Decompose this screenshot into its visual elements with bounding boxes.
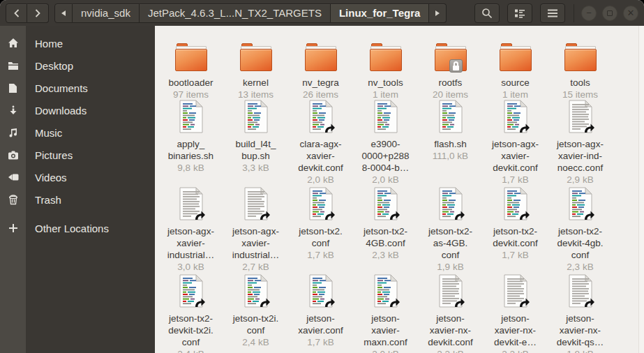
sidebar-item-other-locations[interactable]: Other Locations xyxy=(0,217,155,239)
folder-item[interactable]: nv_tegra26 items xyxy=(288,40,353,101)
file-item[interactable]: flash.sh111,0 kB xyxy=(418,101,483,188)
file-detail-label: 3,0 kB xyxy=(177,262,204,273)
triangle-right-icon xyxy=(435,10,440,17)
file-item[interactable]: jetson- xavier- maxn.conf2,0 kB xyxy=(353,276,418,353)
file-name-label: bootloader xyxy=(159,77,223,89)
file-item[interactable]: jetson-agx- xavier- industrial…3,0 kB xyxy=(158,188,223,276)
chevron-right-icon xyxy=(33,8,42,18)
sidebar-item-videos[interactable]: Videos xyxy=(0,166,155,188)
file-manager-window: nvidia_sdk JetPack_4.6.3_L...N_TX2_TARGE… xyxy=(0,0,644,353)
file-name-label: jetson- xavier.conf xyxy=(289,313,353,336)
sidebar-item-downloads[interactable]: Downloads xyxy=(0,99,155,121)
chevron-left-icon xyxy=(13,8,21,18)
breadcrumb-linux-for-tegra[interactable]: Linux_for_Tegra xyxy=(331,3,429,23)
symlink-emblem-icon xyxy=(389,210,400,223)
folder-item[interactable]: bootloader97 items xyxy=(158,40,223,101)
file-name-label: jetson-agx- xavier- industrial… xyxy=(159,225,223,261)
plus-icon xyxy=(0,223,26,233)
breadcrumb-jetpack[interactable]: JetPack_4.6.3_L...N_TX2_TARGETS xyxy=(140,3,331,23)
file-item[interactable]: jetson-tx2- devkit-4gb. conf2,3 kB xyxy=(548,188,613,276)
folder-item[interactable]: source1 item xyxy=(483,40,548,101)
file-item[interactable]: jetson-tx2- devkit.conf1,7 kB xyxy=(483,188,548,276)
file-item[interactable]: jetson- xavier.conf1,7 kB xyxy=(288,276,353,353)
documents-icon xyxy=(0,83,26,93)
forward-button[interactable] xyxy=(27,3,49,23)
file-item[interactable]: jetson- xavier-nx- devkit.conf2,3 kB xyxy=(418,276,483,353)
sidebar-item-desktop[interactable]: Desktop xyxy=(0,54,155,77)
sidebar-item-home[interactable]: Home xyxy=(0,32,155,54)
file-name-label: jetson-agx- xavier- industrial… xyxy=(224,225,288,261)
file-item[interactable]: jetson-tx2i. conf2,4 kB xyxy=(223,276,288,353)
videos-icon xyxy=(0,173,26,181)
breadcrumb-nvidia-sdk[interactable]: nvidia_sdk xyxy=(73,3,140,23)
folder-item[interactable]: nv_tools1 item xyxy=(353,40,418,101)
sidebar-item-label: Downloads xyxy=(35,105,87,117)
file-name-label: jetson-tx2- 4GB.conf xyxy=(354,225,418,249)
maximize-button[interactable] xyxy=(602,6,617,21)
folder-icon xyxy=(240,43,272,71)
file-name-label: flash.sh xyxy=(419,138,483,150)
file-detail-label: 2,9 kB xyxy=(567,174,593,186)
folder-icon xyxy=(564,43,597,71)
file-name-label: kernel xyxy=(224,77,288,89)
music-icon xyxy=(0,128,26,138)
file-detail-label: 1 item xyxy=(373,89,398,100)
file-name-label: source xyxy=(484,77,548,89)
sidebar-item-pictures[interactable]: Pictures xyxy=(0,144,155,166)
file-detail-label: 2,0 kB xyxy=(372,174,398,186)
sidebar-item-music[interactable]: Music xyxy=(0,121,155,144)
sidebar-item-documents[interactable]: Documents xyxy=(0,77,155,99)
folder-item[interactable]: tools15 items xyxy=(548,40,613,101)
file-item[interactable]: jetson- xavier-nx- devkit-qs…1,8 kB xyxy=(548,276,613,353)
folder-icon xyxy=(500,43,532,71)
sidebar-item-label: Documents xyxy=(35,82,88,94)
file-item[interactable]: clara-agx- xavier- devkit.conf2,0 kB xyxy=(288,101,353,188)
file-name-label: jetson- xavier-nx- devkit-e… xyxy=(484,313,548,348)
file-item[interactable]: jetson-tx2- as-4GB. conf1,9 kB xyxy=(418,188,483,276)
file-item[interactable]: apply_ binaries.sh9,8 kB xyxy=(158,101,223,188)
symlink-emblem-icon xyxy=(324,123,336,136)
view-toggle-button[interactable] xyxy=(507,3,532,23)
file-browser: bootloader97 itemskernel13 itemsnv_tegra… xyxy=(155,26,644,353)
back-button[interactable] xyxy=(6,3,27,23)
file-name-label: apply_ binaries.sh xyxy=(159,138,223,162)
history-nav xyxy=(6,3,49,23)
script-file-icon xyxy=(373,100,399,136)
file-item[interactable]: jetson-tx2. conf1,7 kB xyxy=(288,188,353,276)
search-button[interactable] xyxy=(474,3,500,23)
script-file-icon xyxy=(178,100,204,136)
file-item[interactable]: jetson-agx- xavier- industrial…2,7 kB xyxy=(223,188,288,276)
path-scroll-right-button[interactable] xyxy=(429,3,447,23)
file-name-label: jetson- xavier-nx- devkit.conf xyxy=(419,313,483,348)
file-name-label: jetson- xavier-nx- devkit-qs… xyxy=(548,313,613,348)
sidebar-item-label: Home xyxy=(35,38,63,50)
trash-icon xyxy=(0,195,26,205)
file-name-label: jetson-tx2- devkit.conf xyxy=(484,225,548,249)
menu-button[interactable] xyxy=(540,3,565,23)
file-grid: bootloader97 itemskernel13 itemsnv_tegra… xyxy=(155,26,644,353)
file-item[interactable]: jetson-tx2- devkit-tx2i. conf2,4 kB xyxy=(158,276,223,353)
file-item[interactable]: e3900- 0000+p288 8-0004-b…2,0 kB xyxy=(353,101,418,188)
file-item[interactable]: jetson- xavier-nx- devkit-e…2,2 kB xyxy=(483,276,548,353)
desktop-icon xyxy=(0,61,26,70)
scrollbar[interactable] xyxy=(638,26,644,353)
file-name-label: nv_tools xyxy=(354,77,418,89)
folder-icon xyxy=(305,43,337,71)
file-item[interactable]: jetson-agx- xavier- devkit.conf1,7 kB xyxy=(483,101,548,188)
folder-icon xyxy=(370,43,402,71)
file-name-label: e3900- 0000+p288 8-0004-b… xyxy=(354,138,418,174)
folder-item[interactable]: kernel13 items xyxy=(223,40,288,101)
close-button[interactable]: ✕ xyxy=(623,6,638,21)
file-item[interactable]: jetson-agx- xavier-ind- noecc.conf2,9 kB xyxy=(548,101,613,188)
sidebar: HomeDesktopDocumentsDownloadsMusicPictur… xyxy=(0,26,155,353)
symlink-emblem-icon xyxy=(194,297,206,310)
path-scroll-left-button[interactable] xyxy=(54,3,73,23)
folder-item[interactable]: rootfs20 items xyxy=(418,40,483,101)
file-item[interactable]: build_l4t_ bup.sh3,3 kB xyxy=(223,101,288,188)
sidebar-item-trash[interactable]: Trash xyxy=(0,188,155,211)
minimize-button[interactable]: − xyxy=(581,6,597,21)
symlink-emblem-icon xyxy=(194,210,206,223)
file-item[interactable]: jetson-tx2- 4GB.conf2,3 kB xyxy=(353,188,418,276)
file-name-label: tools xyxy=(548,77,613,89)
file-detail-label: 26 items xyxy=(303,89,338,100)
